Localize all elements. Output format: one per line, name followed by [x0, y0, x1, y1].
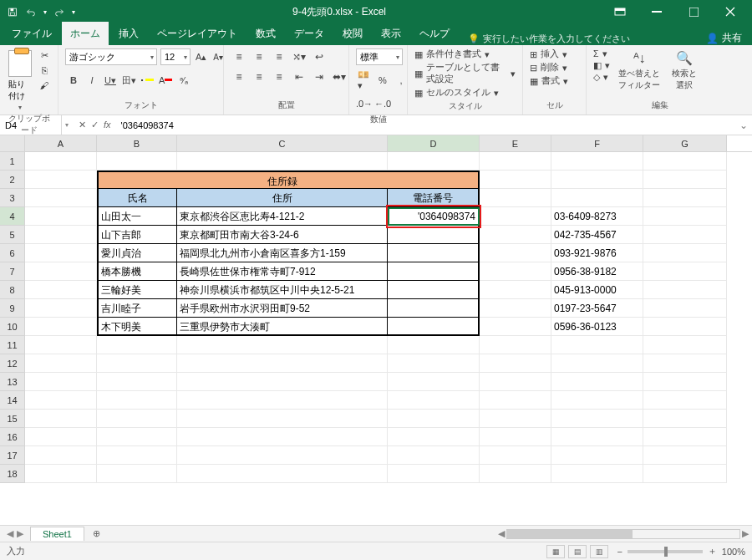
cell[interactable]	[97, 428, 177, 446]
minimize-button[interactable]	[640, 0, 673, 23]
row-header[interactable]: 14	[0, 391, 25, 410]
cell[interactable]: 山下吉郎	[97, 226, 177, 244]
row-header[interactable]: 8	[0, 281, 25, 299]
copy-icon[interactable]: ⎘	[38, 64, 51, 77]
cell[interactable]	[551, 428, 643, 446]
cell[interactable]	[25, 354, 97, 373]
cell[interactable]	[388, 152, 480, 171]
col-header-b[interactable]: B	[97, 135, 177, 151]
hscroll-right[interactable]: ▶	[742, 528, 749, 539]
cell[interactable]	[551, 152, 643, 171]
tab-view[interactable]: 表示	[373, 22, 409, 45]
cell[interactable]	[643, 336, 727, 354]
format-as-table-button[interactable]: ▦テーブルとして書式設定 ▾	[414, 62, 516, 85]
cell[interactable]: 0197-23-5647	[551, 299, 643, 318]
cell[interactable]	[551, 391, 643, 410]
tab-home[interactable]: ホーム	[62, 22, 109, 45]
row-header[interactable]: 17	[0, 446, 25, 465]
cell[interactable]: 吉川睦子	[97, 299, 177, 318]
cell[interactable]	[643, 189, 727, 207]
decrease-decimal-icon[interactable]: ←.0	[374, 95, 391, 112]
cell[interactable]	[388, 262, 480, 281]
cell[interactable]	[25, 207, 97, 226]
phonetic-icon[interactable]: ᵃ⁄ₐ	[175, 72, 192, 89]
row-header[interactable]: 9	[0, 299, 25, 318]
cell[interactable]: 木下明美	[97, 318, 177, 336]
col-header-d[interactable]: D	[388, 135, 480, 151]
conditional-format-button[interactable]: ▦条件付き書式 ▾	[414, 48, 516, 60]
cell[interactable]	[480, 299, 551, 318]
row-header[interactable]: 2	[0, 171, 25, 189]
cell[interactable]	[388, 244, 480, 262]
cell[interactable]	[480, 391, 551, 410]
merge-center-icon[interactable]: ⬌▾	[331, 69, 348, 85]
cell[interactable]: 住所録	[177, 171, 388, 189]
align-left-icon[interactable]: ≡	[231, 69, 247, 85]
cell[interactable]	[25, 391, 97, 410]
cell[interactable]: 神奈川県横浜市都筑区中川中央12-5-21	[177, 281, 388, 299]
row-header[interactable]: 11	[0, 336, 25, 354]
cell[interactable]: 東京都渋谷区恵比寿4-121-2	[177, 207, 388, 226]
underline-button[interactable]: U▾	[102, 72, 119, 89]
row-header[interactable]: 4	[0, 207, 25, 226]
align-bottom-icon[interactable]: ≡	[271, 48, 287, 65]
cell[interactable]	[480, 171, 551, 189]
save-icon[interactable]	[7, 6, 18, 18]
tab-review[interactable]: 校閲	[334, 22, 371, 45]
cell[interactable]	[177, 446, 388, 465]
cell[interactable]: 03-6409-8273	[551, 207, 643, 226]
number-format-combo[interactable]: 標準	[356, 48, 403, 65]
font-color-button[interactable]: A	[157, 72, 174, 89]
cell[interactable]: 042-735-4567	[551, 226, 643, 244]
cell[interactable]	[25, 373, 97, 391]
cell[interactable]: 093-921-9876	[551, 244, 643, 262]
cell[interactable]: 山田太一	[97, 207, 177, 226]
cell[interactable]	[25, 299, 97, 318]
cell[interactable]: 福岡県北九州市小倉南区喜多方1-159	[177, 244, 388, 262]
cell[interactable]	[25, 465, 97, 483]
namebox-dropdown[interactable]: ▾	[62, 121, 72, 129]
format-painter-icon[interactable]: 🖌	[38, 79, 51, 92]
autosum-button[interactable]: Σ▾	[593, 48, 610, 59]
clear-button[interactable]: ◇▾	[593, 72, 610, 82]
horizontal-scrollbar[interactable]	[506, 529, 740, 539]
row-header[interactable]: 7	[0, 262, 25, 281]
decrease-font-icon[interactable]: A▾	[211, 51, 225, 64]
cell[interactable]	[480, 336, 551, 354]
cell[interactable]	[388, 318, 480, 336]
cell-styles-button[interactable]: ▦セルのスタイル ▾	[414, 87, 516, 99]
cut-icon[interactable]: ✂	[38, 48, 51, 62]
cell[interactable]	[177, 391, 388, 410]
tab-file[interactable]: ファイル	[3, 22, 60, 45]
tell-me[interactable]: 💡 実行したい作業を入力してください	[460, 33, 694, 45]
cell[interactable]	[25, 189, 97, 207]
view-page-break-icon[interactable]: ▥	[590, 545, 608, 558]
cell[interactable]	[97, 354, 177, 373]
cell[interactable]	[480, 428, 551, 446]
cell[interactable]	[551, 354, 643, 373]
ribbon-options-icon[interactable]	[603, 0, 637, 23]
cell[interactable]	[643, 428, 727, 446]
cell[interactable]	[551, 336, 643, 354]
cell[interactable]	[25, 244, 97, 262]
tab-data[interactable]: データ	[286, 22, 333, 45]
cell[interactable]	[388, 336, 480, 354]
col-header-e[interactable]: E	[480, 135, 551, 151]
bold-button[interactable]: B	[65, 72, 82, 89]
fill-color-button[interactable]: 🞍	[139, 72, 155, 89]
cell[interactable]	[480, 207, 551, 226]
increase-indent-icon[interactable]: ⇥	[311, 69, 328, 85]
comma-icon[interactable]: ,	[393, 72, 409, 89]
cell[interactable]	[388, 428, 480, 446]
cell[interactable]	[643, 207, 727, 226]
cell[interactable]: 045-913-0000	[551, 281, 643, 299]
row-header[interactable]: 18	[0, 465, 25, 483]
align-center-icon[interactable]: ≡	[251, 69, 267, 85]
worksheet[interactable]: A B C D E F G 12345678910111213141516171…	[0, 135, 752, 525]
cell[interactable]	[177, 465, 388, 483]
hscroll-left[interactable]: ◀	[498, 528, 505, 539]
cell[interactable]	[97, 373, 177, 391]
border-button[interactable]: 田▾	[120, 72, 137, 89]
increase-decimal-icon[interactable]: .0→	[356, 95, 373, 112]
undo-more[interactable]: ▾	[43, 8, 47, 16]
